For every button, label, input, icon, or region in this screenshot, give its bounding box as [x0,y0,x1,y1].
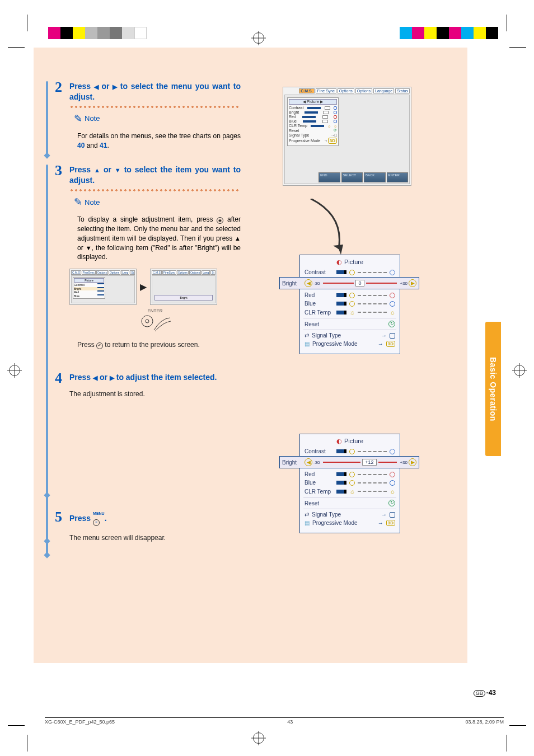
text: Blue [289,119,297,123]
step-3: 3 Press ▲ or ▼ to select the item you wa… [67,165,241,350]
undo-button-icon: ↶ [96,342,103,349]
enter-label: ENTER [147,308,162,313]
text: Press [69,165,94,174]
step-number: 5 [55,509,62,525]
svg-point-1 [146,320,149,323]
return-text: Press ↶ to return to the previous screen… [69,340,241,350]
mini-osd-before: C.M.SFineSyncOptionsOptionsLangSt Pictur… [69,269,137,305]
text: Press [69,82,94,91]
crop-mark [27,15,27,31]
footer-line: XG-C60X_E_PDF_p42_50.p65 43 03.8.28, 2:0… [45,717,504,725]
steps-column: 2 Press ◀ or ▶ to select the menu you wa… [67,81,241,557]
crop-mark [8,47,25,48]
region-badge: GB [474,690,485,697]
knob-left-icon: ◀ [305,279,312,287]
text: Reset [305,321,334,327]
text: For details on the menus, see the tree c… [77,132,241,140]
picture-popout-step3: Picture Contrast Bright ◀ -30 0 +30 ▶ Re… [299,255,400,354]
right-arrow-icon: ▶ [110,374,114,382]
text: END [320,173,327,177]
registration-mark-left [9,365,20,376]
text: CLR Temp [305,309,334,316]
left-arrow-icon: ◀ [94,83,99,91]
step-4-body: The adjustment is stored. [69,389,241,399]
osd-tab: Options [338,88,354,93]
text: or [99,82,113,91]
step-4: 4 Press ◀ or ▶ to adjust the item select… [67,372,241,399]
text: and [85,142,100,149]
text: . [107,142,109,149]
step-4-instruction: Press ◀ or ▶ to adjust the item selected… [69,372,241,383]
page-number-text: -43 [486,689,496,697]
section-tab: Basic Operation [485,322,501,456]
text: to adjust the item selected. [114,373,217,382]
footer-date: 03.8.28, 2:09 PM [465,719,504,725]
step-number: 4 [55,370,62,387]
right-arrow-icon: ▶ [113,83,117,91]
text: Progressive Mode [312,520,358,526]
up-arrow-icon: ▲ [235,234,241,243]
page-ref: 41 [100,142,107,149]
up-arrow-icon: ▲ [94,166,100,175]
step-number: 2 [55,79,62,96]
footer-seq: 43 [287,719,293,725]
knob-right-icon: ▶ [409,458,416,466]
text: Signal Type [289,133,309,137]
note-icon: ✎ [74,196,82,208]
step-number: 3 [55,162,62,179]
crop-mark [8,725,25,726]
hand-press-icon [138,313,172,332]
color-bar-right [400,27,498,39]
step-gutter [46,511,48,554]
step-gutter [46,81,48,154]
note-header: ✎ Note [74,112,241,125]
osd-tab: Fine Sync [316,88,336,93]
osd-panel-full: C.M.S. Fine Sync Options Options Languag… [283,87,411,186]
text: or [97,373,110,382]
curved-arrow-icon [299,199,367,260]
step-5: 5 Press MENU≡. The menu screen will disa… [67,511,241,543]
text: Contrast [74,283,85,287]
step-3-instruction: Press ▲ or ▼ to select the item you want… [69,165,241,186]
text: Red [305,292,334,298]
text: -30 [313,281,320,286]
picture-title: Picture [305,438,395,445]
text: CLR Temp [289,124,307,128]
svg-point-0 [142,316,153,327]
text: Red [74,290,79,294]
step-gutter [46,372,48,494]
osd-statusbar: END SELECT BACK ENTER [318,172,408,182]
color-bar-left [48,27,147,39]
text: ENTER [388,173,400,177]
text: Signal Type [312,332,341,339]
enter-button-icon: ◉ [217,217,223,224]
text: Picture [74,278,104,283]
text: Blue [74,294,79,298]
text: Bright [180,296,187,299]
value: +12 [362,459,376,466]
text: Contrast [305,269,334,275]
note-body: For details on the menus, see the tree c… [69,132,241,151]
registration-mark-top [253,32,264,44]
text: Contrast [305,448,334,454]
text: Blue [305,300,334,307]
menu-label: MENU [93,511,105,516]
osd-tab: C.M.S. [299,88,314,93]
step-5-instruction: Press MENU≡. [69,511,241,527]
remote-enter-illustration: ENTER [69,308,241,334]
osd-tab: Language [373,88,394,93]
text: Picture [307,100,319,104]
text: -30 [313,460,320,465]
text: Red [305,471,334,477]
dotted-divider [69,106,241,108]
note-label: Note [85,114,100,123]
text: +30 [400,460,407,465]
knob-right-icon: ▶ [409,279,416,287]
note-body: To display a single adjustment item, pre… [69,215,241,262]
text: Signal Type [312,511,341,518]
text: Reset [305,500,334,506]
left-arrow-icon: ◀ [93,374,97,382]
step-2: 2 Press ◀ or ▶ to select the menu you wa… [67,81,241,150]
bright-bar-mini: Bright [154,295,213,300]
knob-left-icon: ◀ [305,458,312,466]
